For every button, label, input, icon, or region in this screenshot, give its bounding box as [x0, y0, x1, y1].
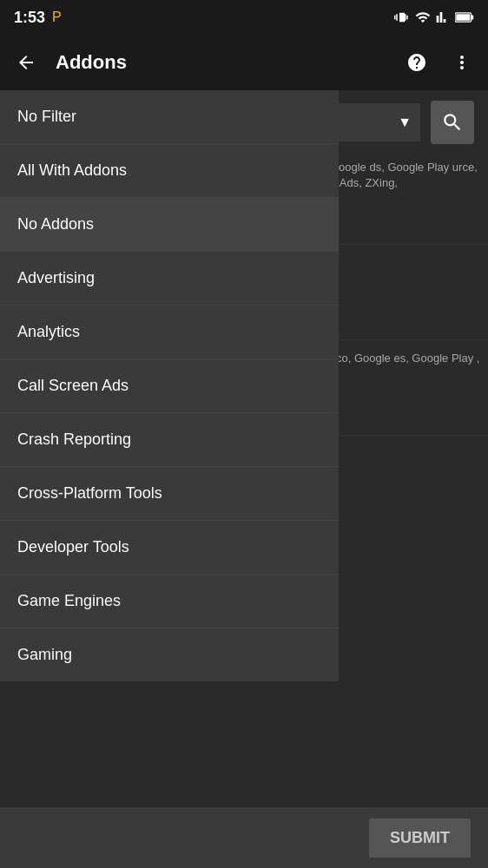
page-title: Addons: [56, 51, 387, 74]
vibrate-icon: [394, 10, 410, 25]
help-button[interactable]: [401, 47, 432, 78]
signal-icon: [436, 10, 450, 25]
dropdown-item-no-addons[interactable]: No Addons: [0, 198, 339, 252]
dropdown-item-cross-platform-tools[interactable]: Cross-Platform Tools: [0, 467, 339, 521]
main-content: Filter: ▼ s,: [0, 90, 488, 868]
dropdown-item-all-with-addons[interactable]: All With Addons: [0, 144, 339, 198]
dropdown-item-crash-reporting[interactable]: Crash Reporting: [0, 413, 339, 467]
svg-rect-2: [456, 14, 470, 21]
status-time: 1:53: [14, 9, 45, 27]
more-menu-button[interactable]: [446, 47, 478, 78]
bottom-bar: SUBMIT: [0, 807, 488, 868]
plex-icon: P: [52, 10, 62, 25]
battery-icon: [455, 11, 474, 23]
dropdown-item-no-filter[interactable]: No Filter: [0, 90, 339, 144]
svg-rect-1: [472, 15, 474, 19]
dropdown-item-analytics[interactable]: Analytics: [0, 306, 339, 359]
submit-button[interactable]: SUBMIT: [369, 819, 471, 858]
search-button[interactable]: [431, 101, 474, 144]
status-icons: [394, 10, 474, 25]
status-left: 1:53 P: [14, 9, 62, 27]
dropdown-item-advertising[interactable]: Advertising: [0, 252, 339, 306]
dropdown-item-game-engines[interactable]: Game Engines: [0, 575, 339, 628]
back-button[interactable]: [10, 47, 42, 78]
dropdown-item-call-screen-ads[interactable]: Call Screen Ads: [0, 359, 339, 413]
dropdown-item-gaming[interactable]: Gaming: [0, 628, 339, 681]
dropdown-item-developer-tools[interactable]: Developer Tools: [0, 521, 339, 575]
status-bar: 1:53 P: [0, 0, 488, 35]
filter-dropdown-menu: No Filter All With Addons No Addons Adve…: [0, 90, 339, 681]
chevron-down-icon: ▼: [398, 115, 412, 130]
wifi-icon: [415, 10, 431, 25]
app-bar: Addons: [0, 35, 488, 90]
